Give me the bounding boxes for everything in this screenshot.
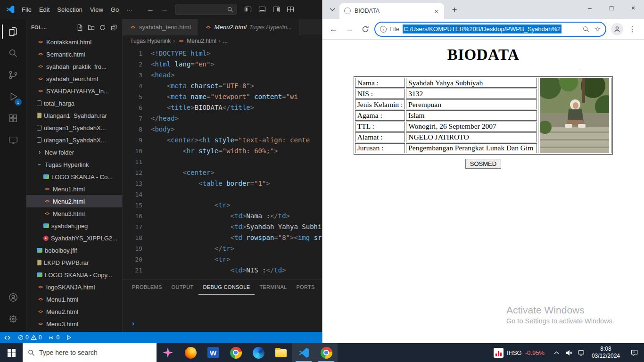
breadcrumb-item[interactable]: ... [223, 38, 228, 44]
file-item[interactable]: <>SYAHDAHYAHYA_In... [26, 85, 122, 97]
menu-selection[interactable]: Selection [53, 4, 86, 15]
code-line[interactable]: 21 <td>NIS :</td> [123, 265, 322, 276]
browser-reload-icon[interactable] [358, 22, 372, 36]
code-line[interactable]: 4 <meta charset="UTF-8"> [123, 81, 322, 91]
taskbar-edge-button[interactable] [247, 343, 270, 362]
bookmark-star-icon[interactable]: ☆ [594, 25, 601, 33]
code-line[interactable]: 15 <tr> [123, 200, 322, 211]
start-button[interactable] [0, 343, 23, 362]
file-item[interactable]: <>syahdah_praktik_fro... [26, 60, 122, 73]
panel-tab-output[interactable]: OUTPUT [167, 280, 198, 295]
info-icon[interactable]: i [380, 26, 387, 33]
source-control-icon[interactable] [2, 64, 25, 86]
code-line[interactable]: 17 <td>Syahdah Yahya Subhiya [123, 222, 322, 232]
code-editor[interactable]: 1<!DOCTYPE html>2<html lang="en">3<head>… [123, 47, 322, 279]
code-line[interactable]: 20 <tr> [123, 254, 322, 265]
taskbar-file-explorer-button[interactable] [270, 343, 292, 362]
code-line[interactable]: 18 <td rowspan="8"><img src= [123, 232, 322, 243]
search-icon[interactable] [2, 42, 25, 64]
menu-more[interactable]: ··· [123, 4, 136, 15]
file-item[interactable]: <>logoSKANJA.html [26, 281, 122, 293]
taskbar-sparkle-button[interactable] [157, 343, 179, 362]
panel-tab-ports[interactable]: PORTS [291, 280, 319, 295]
new-file-icon[interactable] [76, 24, 83, 31]
settings-gear-icon[interactable] [2, 308, 25, 330]
debug-status-button[interactable] [63, 332, 75, 343]
extensions-icon[interactable] [2, 107, 25, 129]
code-line[interactable]: 19 </tr> [123, 243, 322, 254]
browser-tab[interactable]: BIODATA × [339, 3, 444, 19]
sosmed-button[interactable]: SOSMED [465, 159, 501, 169]
menu-edit[interactable]: Edit [35, 4, 53, 15]
back-button[interactable]: ← [147, 5, 154, 14]
file-item[interactable]: LOGO SKANJA - Copy... [26, 269, 122, 281]
code-line[interactable]: 8<body> [123, 124, 322, 135]
taskbar-chrome-button[interactable] [224, 343, 247, 362]
code-line[interactable]: 16 <td>Nama :</td> [123, 211, 322, 222]
problems-button[interactable]: 0 0 [15, 332, 45, 343]
code-line[interactable]: 14 [123, 189, 322, 200]
menu-go[interactable]: Go [107, 4, 123, 15]
minimize-button[interactable]: – [579, 0, 601, 16]
taskbar-word-button[interactable] [202, 343, 224, 362]
panel-tab-debug-console[interactable]: DEBUG CONSOLE [198, 280, 255, 295]
file-item[interactable]: <>Menu3.html [26, 318, 122, 330]
refresh-icon[interactable] [99, 24, 106, 31]
command-center[interactable] [175, 4, 237, 15]
forward-button[interactable]: → [161, 5, 168, 14]
new-folder-icon[interactable] [88, 24, 95, 31]
address-bar[interactable]: i File C:/Users/KOMPUTER%20B/Desktop/PWP… [374, 22, 606, 37]
close-button[interactable]: × [622, 0, 644, 16]
browser-menu-icon[interactable]: ⋮ [625, 25, 640, 33]
editor-tab[interactable]: <>Menu2.htmlTugas Hyperlin... [198, 19, 299, 35]
code-line[interactable]: 11 [123, 156, 322, 167]
network-icon[interactable] [575, 343, 587, 362]
file-item[interactable]: <>Semantic.html [26, 48, 122, 60]
folder-item[interactable]: ›New folder [26, 146, 122, 158]
code-line[interactable]: 13 <table border="1"> [123, 178, 322, 189]
toggle-panel-icon[interactable] [258, 6, 266, 14]
run-debug-icon[interactable]: 1 [2, 86, 25, 107]
file-item[interactable]: <>Kontakkami.html [26, 36, 122, 48]
taskbar-chrome-button[interactable] [315, 343, 338, 362]
file-item[interactable]: <>Menu1.html [26, 293, 122, 305]
maximize-button[interactable]: □ [601, 0, 622, 16]
file-item[interactable]: LKPD PWPB.rar [26, 256, 122, 269]
stock-ticker[interactable]: IHSG -0.95% [487, 348, 551, 358]
breadcrumb-item[interactable]: Tugas Hyperlink [130, 38, 171, 44]
breadcrumb-item[interactable]: Menu2.html [187, 38, 216, 44]
omnibox-search-icon[interactable] [583, 26, 589, 33]
collapse-all-icon[interactable] [110, 24, 117, 31]
file-item[interactable]: <>Menu2.html [26, 195, 122, 207]
account-icon[interactable] [2, 287, 25, 308]
folder-item[interactable]: ›Tugas Hyperlink [26, 158, 122, 171]
browser-forward-icon[interactable]: → [342, 22, 356, 36]
code-line[interactable]: 12 <center> [123, 167, 322, 178]
file-item[interactable]: ▸SyahdahYS_XIPPLG2... [26, 232, 122, 244]
code-line[interactable]: 3<head> [123, 70, 322, 81]
code-line[interactable]: 7</head> [123, 113, 322, 124]
code-line[interactable]: 9 <center><h1 style="text-align: cente [123, 135, 322, 146]
taskbar-search[interactable]: Type here to search [23, 343, 157, 362]
toggle-secondary-sidebar-icon[interactable] [272, 6, 280, 14]
code-line[interactable]: 5 <meta name="viewport" content="wi [123, 91, 322, 102]
profile-avatar[interactable] [611, 23, 623, 35]
menu-file[interactable]: File [18, 4, 35, 15]
action-center-icon[interactable]: 1 [624, 343, 644, 362]
toggle-sidebar-icon[interactable] [244, 6, 252, 14]
explorer-icon[interactable] [2, 21, 25, 42]
panel-tab-problems[interactable]: PROBLEMS [127, 280, 167, 295]
browser-back-icon[interactable]: ← [326, 22, 340, 36]
ports-button[interactable]: 0 [45, 332, 63, 343]
url-text[interactable]: C:/Users/KOMPUTER%20B/Desktop/PWPB_Syahd… [403, 25, 561, 33]
remote-explorer-icon[interactable] [2, 129, 25, 151]
remote-button[interactable] [0, 332, 15, 343]
console-prompt[interactable]: › [132, 319, 134, 327]
taskbar-vscode-button[interactable] [292, 343, 315, 362]
file-item[interactable]: syahdah.jpeg [26, 220, 122, 232]
file-item[interactable]: <>Menu3.html [26, 207, 122, 220]
taskbar-clock[interactable]: 8:08 03/12/2024 [587, 346, 624, 360]
file-item[interactable]: ulangan1_SyahdahX... [26, 122, 122, 134]
panel-tab-terminal[interactable]: TERMINAL [255, 280, 291, 295]
hidden-icons-chevron[interactable] [551, 343, 563, 362]
